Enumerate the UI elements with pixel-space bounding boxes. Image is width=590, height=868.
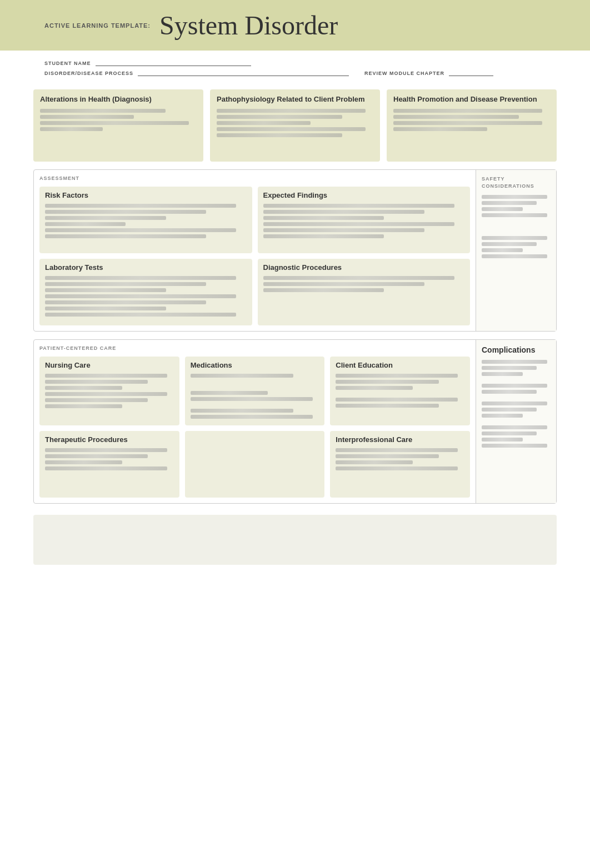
medications-bottom-box — [185, 431, 325, 498]
safety-c1 — [482, 195, 547, 199]
tp-c4 — [45, 466, 167, 470]
care-section-label: PATIENT-CENTERED CARE — [39, 345, 470, 351]
interprofessional-box: Interprofessional Care — [330, 431, 470, 498]
ce-c2 — [336, 380, 438, 384]
comp-c10 — [482, 432, 537, 435]
comp-c9 — [482, 425, 547, 429]
complications-col: Complications — [476, 340, 556, 503]
alterations-title: Alterations in Health (Diagnosis) — [40, 95, 197, 104]
safety-c8 — [482, 254, 547, 258]
footer-area — [33, 515, 557, 565]
medications-box: Medications — [185, 357, 325, 425]
diag-c2 — [263, 282, 424, 286]
health-promotion-box: Health Promotion and Disease Prevention — [387, 89, 557, 162]
pathophysiology-title: Pathophysiology Related to Client Proble… — [217, 95, 373, 104]
nursing-care-box: Nursing Care — [39, 357, 179, 425]
page-title: System Disorder — [159, 10, 338, 41]
laboratory-tests-box: Laboratory Tests — [39, 259, 252, 325]
expected-findings-title: Expected Findings — [263, 191, 465, 199]
ipc-c3 — [336, 460, 413, 464]
risk-c5 — [45, 228, 236, 232]
med-c4 — [191, 409, 293, 413]
nc-c2 — [45, 380, 148, 384]
expected-findings-box: Expected Findings — [258, 187, 471, 253]
ef-c5 — [263, 228, 424, 232]
disorder-line[interactable] — [138, 69, 349, 76]
risk-c2 — [45, 210, 206, 214]
assessment-main: ASSESSMENT Risk Factors Expected Finding… — [34, 170, 476, 331]
alterations-box: Alterations in Health (Diagnosis) — [33, 89, 203, 162]
safety-c7 — [482, 248, 523, 252]
diag-c1 — [263, 276, 454, 280]
health-content-2 — [393, 115, 519, 119]
med-c5 — [191, 415, 313, 419]
pathophysiology-box: Pathophysiology Related to Client Proble… — [210, 89, 380, 162]
safety-c5 — [482, 236, 547, 240]
ce-c4 — [336, 398, 458, 402]
comp-c7 — [482, 408, 537, 412]
comp-c1 — [482, 360, 547, 364]
nc-c5 — [45, 398, 148, 402]
review-label: REVIEW MODULE CHAPTER — [364, 71, 444, 76]
nc-c4 — [45, 392, 167, 396]
comp-c6 — [482, 402, 547, 405]
lab-c4 — [45, 294, 236, 298]
ipc-c4 — [336, 466, 458, 470]
alterations-content-2 — [40, 115, 134, 119]
med-c1 — [191, 374, 293, 378]
alterations-content-1 — [40, 109, 166, 113]
complications-title: Complications — [482, 345, 551, 354]
lab-c1 — [45, 276, 236, 280]
nursing-care-title: Nursing Care — [45, 361, 174, 369]
client-education-title: Client Education — [336, 361, 464, 369]
nc-c6 — [45, 404, 122, 408]
lab-c6 — [45, 307, 166, 310]
ipc-c1 — [336, 448, 458, 452]
safety-c4 — [482, 213, 547, 217]
student-name-label: STUDENT NAME — [44, 61, 91, 66]
comp-c5 — [482, 390, 537, 394]
ef-c6 — [263, 234, 384, 238]
risk-c1 — [45, 204, 236, 208]
nc-c3 — [45, 386, 122, 390]
assessment-grid: Risk Factors Expected Findings — [39, 187, 470, 325]
ipc-c2 — [336, 454, 438, 458]
student-name-line[interactable] — [96, 59, 251, 66]
ef-c2 — [263, 210, 424, 214]
safety-c6 — [482, 242, 537, 246]
lab-c5 — [45, 300, 206, 304]
diag-c3 — [263, 288, 384, 292]
ce-c1 — [336, 374, 458, 378]
medications-title: Medications — [191, 361, 319, 369]
care-bottom-grid: Therapeutic Procedures Interprofessional… — [39, 431, 470, 498]
assessment-label: ASSESSMENT — [39, 175, 470, 181]
lab-c2 — [45, 282, 206, 286]
comp-c8 — [482, 414, 523, 418]
student-info-section: STUDENT NAME DISORDER/DISEASE PROCESS RE… — [0, 51, 590, 81]
tp-c1 — [45, 448, 167, 452]
tp-c2 — [45, 454, 148, 458]
student-name-row: STUDENT NAME — [44, 59, 546, 66]
med-c2 — [191, 391, 268, 395]
ce-c3 — [336, 386, 413, 390]
health-content-3 — [393, 121, 542, 125]
lab-c3 — [45, 288, 166, 292]
risk-c6 — [45, 234, 206, 238]
therapeutic-title: Therapeutic Procedures — [45, 435, 174, 444]
diagnostic-procedures-box: Diagnostic Procedures — [258, 259, 471, 325]
risk-factors-box: Risk Factors — [39, 187, 252, 253]
client-education-box: Client Education — [330, 357, 470, 425]
ef-c3 — [263, 216, 384, 220]
comp-c12 — [482, 444, 547, 448]
safety-c2 — [482, 201, 537, 205]
health-promotion-title: Health Promotion and Disease Prevention — [393, 95, 550, 104]
risk-factors-title: Risk Factors — [45, 191, 247, 199]
interprofessional-title: Interprofessional Care — [336, 435, 464, 444]
therapeutic-procedures-box: Therapeutic Procedures — [39, 431, 179, 498]
med-c3 — [191, 397, 313, 401]
risk-c3 — [45, 216, 166, 220]
health-content-4 — [393, 127, 487, 131]
review-line[interactable] — [449, 69, 493, 76]
ef-c4 — [263, 222, 454, 226]
comp-c2 — [482, 366, 537, 370]
